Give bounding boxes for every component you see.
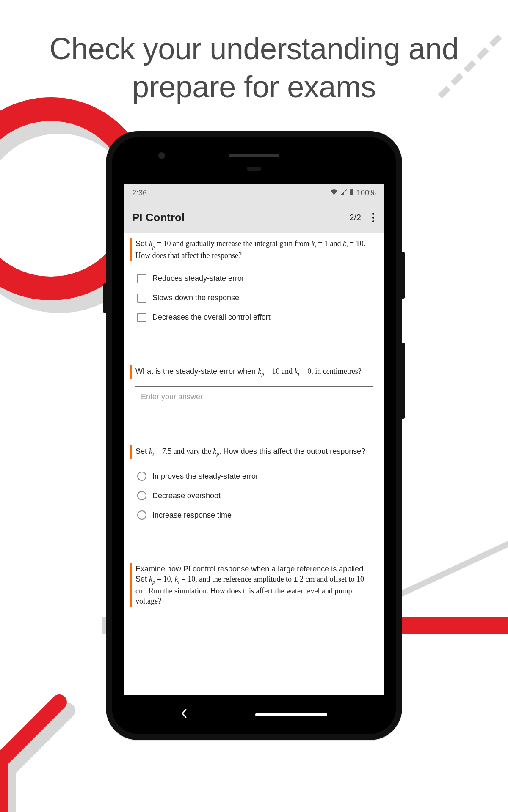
q3-option-a[interactable]: Improves the steady-state error <box>137 466 378 486</box>
status-bar: 2:36 100% <box>124 184 384 202</box>
page-counter: 2/2 <box>349 213 361 222</box>
option-label: Reduces steady-state error <box>152 274 244 283</box>
svg-rect-0 <box>350 189 353 195</box>
checkbox-icon <box>137 294 146 303</box>
quiz-content[interactable]: Set kp = 10 and gradually increase the i… <box>124 233 384 695</box>
option-label: Slows down the response <box>152 294 239 302</box>
phone-frame: 2:36 100% <box>106 131 402 740</box>
status-time: 2:36 <box>132 189 147 198</box>
status-battery: 100% <box>356 189 376 198</box>
question-1-prompt: Set kp = 10 and gradually increase the i… <box>130 238 378 261</box>
q1-option-b[interactable]: Slows down the response <box>137 288 378 308</box>
svg-rect-1 <box>351 189 353 189</box>
app-title: PI Control <box>132 211 185 224</box>
radio-icon <box>137 510 146 520</box>
checkbox-icon <box>137 313 146 322</box>
nav-back-icon[interactable] <box>181 708 188 721</box>
phone-speaker <box>229 154 279 157</box>
signal-icon <box>340 189 347 198</box>
q1-option-c[interactable]: Decreases the overall control effort <box>137 308 378 327</box>
android-navbar <box>124 695 384 734</box>
question-1: Set kp = 10 and gradually increase the i… <box>130 238 378 327</box>
question-3-prompt: Set ki = 7.5 and vary the kp. How does t… <box>130 445 378 459</box>
app-bar: PI Control 2/2 <box>124 202 384 233</box>
phone-camera <box>158 152 165 159</box>
option-label: Decrease overshoot <box>152 491 221 500</box>
checkbox-icon <box>137 274 146 283</box>
q2-answer-input[interactable] <box>135 386 373 407</box>
q1-option-a[interactable]: Reduces steady-state error <box>137 269 378 288</box>
question-2-prompt: What is the steady-state error when kp =… <box>130 365 378 379</box>
question-3: Set ki = 7.5 and vary the kp. How does t… <box>130 445 378 525</box>
overflow-menu-icon[interactable] <box>370 211 376 224</box>
battery-icon <box>350 189 354 198</box>
option-label: Improves the steady-state error <box>152 472 258 481</box>
question-4: Examine how PI control response when a l… <box>130 563 378 607</box>
q3-option-c[interactable]: Increase response time <box>137 505 378 525</box>
page-headline: Check your understanding and prepare for… <box>0 0 508 106</box>
radio-icon <box>137 491 146 500</box>
phone-sensor <box>247 167 261 171</box>
bg-y-red <box>0 677 102 812</box>
radio-icon <box>137 472 146 481</box>
option-label: Decreases the overall control effort <box>152 313 271 322</box>
q3-option-b[interactable]: Decrease overshoot <box>137 486 378 505</box>
wifi-icon <box>330 189 338 198</box>
question-2: What is the steady-state error when kp =… <box>130 365 378 408</box>
option-label: Increase response time <box>152 511 232 520</box>
nav-home-pill[interactable] <box>255 713 327 716</box>
phone-screen: 2:36 100% <box>124 184 384 695</box>
question-4-prompt: Examine how PI control response when a l… <box>130 563 378 607</box>
